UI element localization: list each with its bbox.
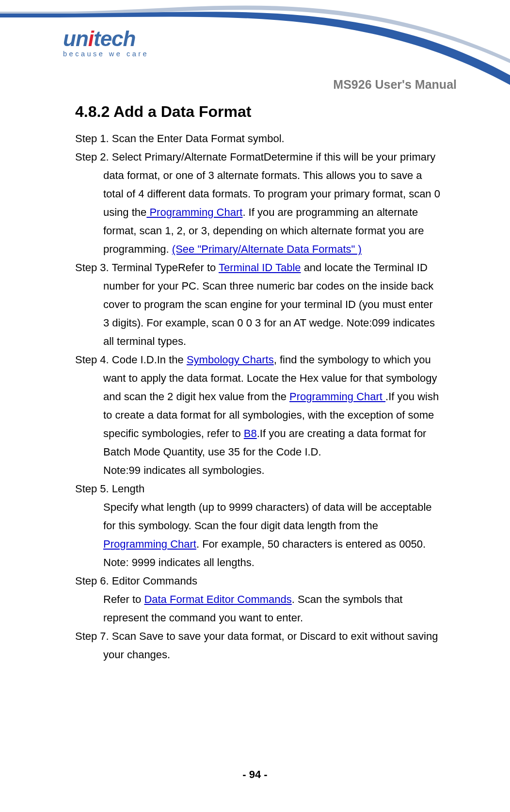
step-2-line: using the Programming Chart. If you are … [75,203,458,222]
programming-chart-link[interactable]: Programming Chart [103,538,196,550]
step-5-line: for this symbology. Scan the four digit … [75,517,458,535]
text: . If you are programming an alternate [242,206,418,218]
step-6-line: Refer to Data Format Editor Commands. Sc… [75,590,458,609]
symbology-charts-link[interactable]: Symbology Charts [187,354,274,366]
text: and scan the 2 digit hex value from the [103,390,289,403]
manual-title: MS926 User's Manual [333,78,457,92]
step-3-line: 3 digits). For example, scan 0 0 3 for a… [75,314,458,332]
step-7-line: your changes. [75,646,458,664]
page-number: - 94 - [0,768,510,781]
body-text: Step 1. Scan the Enter Data Format symbo… [75,130,458,664]
step-4-line: and scan the 2 digit hex value from the … [75,388,458,406]
text: Step 3. Terminal TypeRefer to [75,261,219,274]
step-5-lead: Step 5. Length [75,480,458,498]
text: programming. [103,243,172,255]
step-7-lead: Step 7. Scan Save to save your data form… [75,627,458,646]
text: specific symbologies, refer to [103,427,244,439]
b8-link[interactable]: B8 [244,427,257,439]
text: Step 4. Code I.D.In the [75,354,187,366]
text: , find the symbology to which you [274,354,431,366]
logo-block: unitech because we care [63,27,149,58]
text: .If you wish [385,390,439,403]
text: and locate the Terminal ID [301,261,428,274]
step-5-line: Programming Chart. For example, 50 chara… [75,535,458,553]
programming-chart-link[interactable]: Programming Chart [146,206,242,218]
logo-tagline: because we care [63,50,149,58]
terminal-id-table-link[interactable]: Terminal ID Table [219,261,301,274]
logo-text: unitech [63,27,149,51]
section-heading: 4.8.2 Add a Data Format [75,103,458,121]
text: . Scan the symbols that [292,593,403,605]
step-3-lead: Step 3. Terminal TypeRefer to Terminal I… [75,259,458,277]
page-header: unitech because we care MS926 User's Man… [0,0,510,97]
step-2-lead: Step 2. Select Primary/Alternate FormatD… [75,148,458,166]
step-3-line: number for your PC. Scan three numeric b… [75,277,458,295]
text: Refer to [103,593,144,605]
primary-alternate-link[interactable]: (See "Primary/Alternate Data Formats" ) [172,243,362,255]
step-3-line: all terminal types. [75,332,458,351]
step-6-line: represent the command you want to enter. [75,609,458,627]
page-content: 4.8.2 Add a Data Format Step 1. Scan the… [75,103,458,664]
step-5-line: Note: 9999 indicates all lengths. [75,553,458,572]
step-5-line: Specify what length (up to 9999 characte… [75,498,458,517]
step-1: Step 1. Scan the Enter Data Format symbo… [75,130,458,148]
step-4-line: want to apply the data format. Locate th… [75,369,458,388]
step-2-line: total of 4 different data formats. To pr… [75,185,458,203]
step-4-line: Batch Mode Quantity, use 35 for the Code… [75,443,458,461]
step-4-line: to create a data format for all symbolog… [75,406,458,424]
step-4-lead: Step 4. Code I.D.In the Symbology Charts… [75,351,458,369]
step-3-line: cover to program the scan engine for you… [75,295,458,314]
text: .If you are creating a data format for [257,427,427,439]
step-6-lead: Step 6. Editor Commands [75,572,458,590]
step-2-line: data format, or one of 3 alternate forma… [75,166,458,185]
text: using the [103,206,146,218]
step-2-line: programming. (See "Primary/Alternate Dat… [75,240,458,259]
step-4-line: specific symbologies, refer to B8.If you… [75,424,458,443]
data-format-editor-link[interactable]: Data Format Editor Commands [144,593,291,605]
step-4-line: Note:99 indicates all symbologies. [75,461,458,480]
step-2-line: format, scan 1, 2, or 3, depending on wh… [75,222,458,240]
text: . For example, 50 characters is entered … [196,538,426,550]
programming-chart-link[interactable]: Programming Chart [289,390,385,403]
